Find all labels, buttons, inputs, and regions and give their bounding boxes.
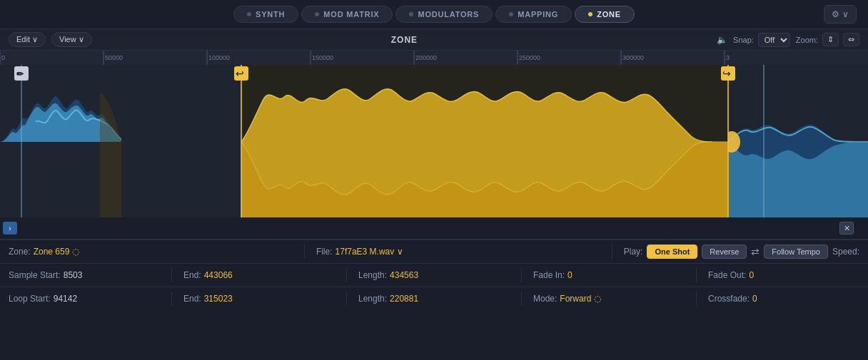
fade-out-label: Fade Out:: [708, 270, 746, 280]
zoom-label: Zoom:: [796, 36, 818, 44]
fade-in-label: Fade In:: [533, 270, 565, 280]
fade-out-cell: Fade Out: 0: [708, 270, 859, 280]
modulators-label: MODULATORS: [418, 10, 479, 19]
mapping-label: MAPPING: [518, 10, 558, 19]
end-label-2: End:: [183, 270, 201, 280]
length-label-2: Length:: [358, 270, 387, 280]
mod-matrix-label: MOD MATRIX: [323, 10, 379, 19]
settings-button[interactable]: ⚙ ∨: [824, 5, 857, 24]
divider-8: [346, 292, 347, 306]
info-row-1: Zone: Zone 659 ◌ File: 17f7aE3 M.wav ∨ P…: [0, 240, 868, 263]
zone-label: ZONE: [597, 10, 621, 19]
svg-text:200000: 200000: [415, 54, 437, 61]
sample-start-value: 8503: [64, 270, 83, 280]
loop-start-label: Loop Start:: [9, 294, 51, 304]
tab-mod-matrix[interactable]: MOD MATRIX: [301, 6, 393, 23]
synth-label: SYNTH: [256, 10, 285, 19]
zone-value[interactable]: Zone 659 ◌: [34, 247, 79, 257]
play-controls: Play: One Shot Reverse ⇄ Follow Tempo Sp…: [624, 245, 859, 259]
zone-cell: Zone: Zone 659 ◌: [9, 247, 293, 257]
view-button[interactable]: View ∨: [51, 32, 92, 47]
svg-text:50000: 50000: [105, 54, 123, 61]
divider-7: [171, 292, 172, 306]
svg-text:300000: 300000: [622, 54, 644, 61]
end-cell-2: End: 443066: [183, 270, 335, 280]
length-value-3: 220881: [390, 294, 418, 304]
end-cell-3: End: 315023: [183, 294, 335, 304]
speaker-icon[interactable]: 🔈: [717, 35, 727, 45]
svg-text:100000: 100000: [208, 54, 230, 61]
sample-start-cell: Sample Start: 8503: [9, 270, 160, 280]
sample-start-label: Sample Start:: [9, 270, 61, 280]
modulators-dot: [409, 12, 413, 16]
file-label: File:: [316, 247, 333, 257]
edit-button[interactable]: Edit ∨: [9, 32, 46, 47]
crossfade-label: Crossfade:: [708, 294, 750, 304]
file-cell: File: 17f7aE3 M.wav ∨: [316, 247, 600, 257]
divider-5: [521, 268, 522, 282]
fade-in-cell: Fade In: 0: [533, 270, 685, 280]
speed-label: Speed:: [832, 247, 859, 257]
tab-modulators[interactable]: MODULATORS: [395, 6, 493, 23]
length-label-3: Length:: [358, 294, 387, 304]
mode-cell: Mode: Forward ◌: [533, 294, 685, 304]
follow-tempo-button[interactable]: Follow Tempo: [764, 245, 828, 259]
mod-matrix-dot: [315, 12, 319, 16]
oneshot-button[interactable]: One Shot: [647, 245, 697, 259]
waveform-svg: ✏ ↩ ↪: [0, 65, 868, 217]
edit-label: Edit ∨: [16, 35, 38, 44]
synth-dot: [247, 12, 251, 16]
end-value-2: 443066: [204, 270, 233, 280]
svg-text:3: 3: [726, 54, 730, 61]
divider-2: [612, 245, 612, 259]
close-waveform-button[interactable]: ✕: [839, 222, 854, 235]
svg-text:150000: 150000: [312, 54, 333, 61]
toolbar: Edit ∨ View ∨ ZONE 🔈 Snap: Off Zoom: ⇕ ⇔: [0, 29, 868, 51]
length-cell-3: Length: 220881: [358, 294, 510, 304]
top-nav: SYNTH MOD MATRIX MODULATORS MAPPING ZONE…: [0, 0, 868, 29]
snap-select[interactable]: Off: [758, 33, 790, 47]
divider-4: [346, 268, 347, 282]
divider-1: [304, 245, 305, 259]
reverse-button[interactable]: Reverse: [702, 245, 747, 259]
snap-label: Snap:: [733, 36, 754, 44]
svg-text:↩: ↩: [236, 68, 244, 79]
view-label: View ∨: [59, 35, 84, 44]
length-value-2: 434563: [390, 270, 418, 280]
info-row-2: Sample Start: 8503 End: 443066 Length: 4…: [0, 263, 868, 287]
svg-text:↪: ↪: [722, 68, 731, 79]
waveform-container: 0 50000 100000 150000 200000 250000 3000…: [0, 51, 868, 240]
svg-text:✏: ✏: [16, 69, 24, 79]
tab-zone[interactable]: ZONE: [575, 6, 635, 23]
svg-text:0: 0: [1, 54, 5, 61]
file-value[interactable]: 17f7aE3 M.wav ∨: [335, 247, 403, 257]
zoom-fit-button[interactable]: ⇕: [822, 33, 839, 46]
zone-dot: [588, 12, 592, 16]
tab-mapping[interactable]: MAPPING: [495, 6, 572, 23]
loop-icon[interactable]: ⇄: [751, 246, 760, 257]
end-value-3: 315023: [204, 294, 233, 304]
ruler: 0 50000 100000 150000 200000 250000 3000…: [0, 51, 868, 65]
divider-10: [696, 292, 697, 306]
crossfade-cell: Crossfade: 0: [708, 294, 859, 304]
waveform-scrollbar[interactable]: › ✕: [0, 217, 868, 239]
scroll-left-button[interactable]: ›: [3, 222, 17, 235]
mapping-dot: [509, 12, 513, 16]
fade-in-value: 0: [567, 270, 572, 280]
mode-value[interactable]: Forward ◌: [560, 294, 600, 304]
fade-out-value: 0: [749, 270, 754, 280]
crossfade-value: 0: [752, 294, 757, 304]
mode-label: Mode:: [533, 294, 557, 304]
zoom-full-button[interactable]: ⇔: [843, 33, 859, 46]
settings-chevron: ∨: [842, 9, 849, 19]
info-row-3: Loop Start: 94142 End: 315023 Length: 22…: [0, 287, 868, 310]
snap-control: Snap: Off: [733, 33, 790, 47]
loop-start-cell: Loop Start: 94142: [9, 294, 160, 304]
tab-synth[interactable]: SYNTH: [233, 6, 298, 23]
length-cell-2: Length: 434563: [358, 270, 510, 280]
settings-icon: ⚙: [832, 9, 839, 19]
toolbar-title: ZONE: [98, 35, 711, 45]
play-label: Play:: [624, 247, 643, 257]
zone-label: Zone:: [9, 247, 31, 257]
zoom-control: Zoom: ⇕ ⇔: [796, 33, 859, 46]
